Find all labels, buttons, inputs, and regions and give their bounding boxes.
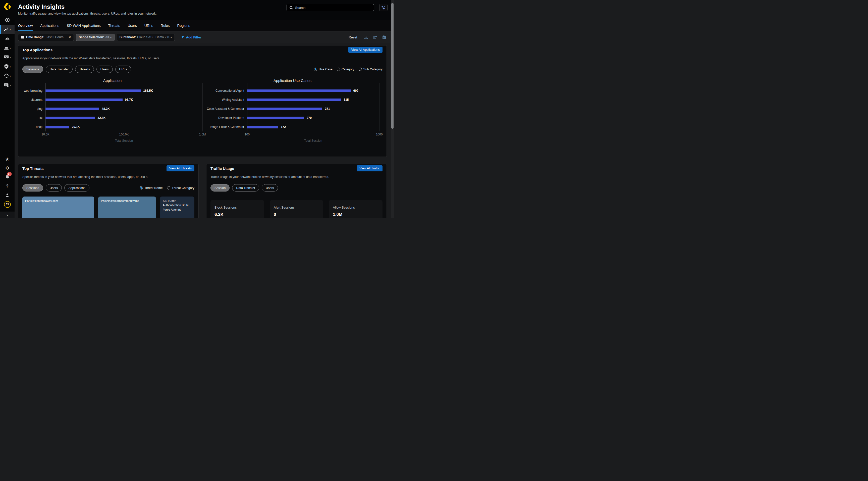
radio-sub-category[interactable]: Sub Category — [359, 68, 382, 71]
chevron-right-icon: › — [9, 84, 11, 87]
pill-urls[interactable]: URLs — [115, 66, 131, 73]
schedule-button[interactable] — [382, 35, 386, 39]
tab-urls[interactable]: URLs — [145, 20, 153, 31]
card-description: Applications in your network with the mo… — [22, 57, 382, 60]
user-button[interactable] — [0, 191, 14, 200]
sidebar-item-dashboard[interactable] — [0, 34, 14, 43]
tab-sd-wan-applications[interactable]: SD-WAN Applications — [67, 20, 101, 31]
chart-bar[interactable] — [247, 98, 341, 101]
chart-bar[interactable] — [247, 89, 351, 92]
threats-treemap: Parked:kentonsawdy.comPhishing:slearncom… — [22, 197, 194, 218]
card-description: Specific threats in your network that ar… — [22, 175, 194, 179]
threat-tile-parked-kentonsawdy-com[interactable]: Parked:kentonsawdy.com — [22, 197, 94, 218]
tab-users[interactable]: Users — [128, 20, 137, 31]
chart-value-label: 172 — [281, 125, 286, 129]
filter-chip-scope-selection[interactable]: Scope Selection: All › — [76, 34, 115, 41]
activity-insights-icon — [4, 27, 9, 32]
chart-bar[interactable] — [247, 126, 278, 128]
pill-users[interactable]: Users — [96, 66, 113, 73]
remove-time-range-filter-button[interactable]: ✕ — [66, 34, 71, 41]
tab-applications[interactable]: Applications — [40, 20, 59, 31]
threat-tile-ssh-user-authentication-brute-[interactable]: SSH User Authentication Brute Force Atte… — [160, 197, 194, 218]
radio-category[interactable]: Category — [337, 68, 354, 71]
download-button[interactable] — [364, 35, 368, 39]
chart-bar[interactable] — [247, 108, 322, 110]
chart-x-ticks: 1001000 — [247, 133, 379, 137]
radio-label: Category — [342, 68, 354, 71]
pill-sessions[interactable]: Sessions — [22, 184, 43, 191]
card-header: Top Applications View All Applications — [18, 46, 386, 54]
grouping-radios: Threat NameThreat Category — [140, 186, 194, 190]
stat-card-alert-sessions: Alert Sessions0 — [270, 200, 323, 218]
chart-value-label: 20.1K — [72, 125, 80, 129]
scrollbar-thumb[interactable] — [391, 3, 394, 129]
pill-data-transfer[interactable]: Data Transfer — [232, 184, 259, 191]
pill-users[interactable]: Users — [46, 184, 62, 191]
radio-threat-name[interactable]: Threat Name — [140, 186, 163, 190]
sidebar-item-reports[interactable]: › — [0, 81, 14, 90]
tab-regions[interactable]: Regions — [177, 20, 190, 31]
radio-use-case[interactable]: Use Case — [314, 68, 333, 71]
search-input[interactable] — [295, 6, 371, 9]
help-button[interactable]: ? — [0, 182, 14, 191]
chevron-right-icon: › — [9, 65, 11, 68]
tenant-avatar-button[interactable]: CI — [0, 200, 14, 209]
export-button[interactable] — [373, 35, 377, 39]
chart-bar-row: 42.8K — [45, 113, 203, 122]
chart-bar[interactable] — [45, 89, 141, 92]
sidebar-item-alerts[interactable]: › — [0, 43, 14, 53]
pill-session[interactable]: Session — [211, 184, 229, 191]
filter-chip-time-range[interactable]: Time Range: Last 3 Hours ✕ — [18, 34, 74, 41]
reset-button[interactable]: Reset — [349, 35, 357, 39]
chart-bar[interactable] — [45, 108, 99, 110]
brand-logo-icon[interactable] — [3, 3, 11, 11]
pill-sessions[interactable]: Sessions — [22, 66, 43, 73]
sidebar-item-monitor[interactable]: › — [0, 53, 14, 62]
tab-threats[interactable]: Threats — [108, 20, 120, 31]
chart-bar[interactable] — [247, 117, 304, 119]
chart-bar[interactable] — [45, 126, 69, 128]
application-use-cases-bar-chart: Application Use Cases Conversational Age… — [203, 75, 382, 143]
ai-assistant-button[interactable] — [379, 4, 388, 11]
page-scrollbar — [391, 0, 394, 218]
global-search[interactable] — [286, 4, 374, 11]
chart-bar[interactable] — [45, 117, 95, 119]
chart-x-ticks: 10.0K100.0K1.0M — [45, 133, 203, 137]
notifications-button[interactable]: 9+ — [0, 173, 14, 182]
sidebar-item-activity-insights[interactable]: › — [0, 25, 14, 34]
view-all-applications-button[interactable]: View All Applications — [348, 47, 382, 53]
radio-dot-icon — [167, 186, 170, 189]
filter-value: Cloud SASE Demo 2.0 — [137, 35, 169, 39]
chart-category-label: bittorrent — [22, 95, 45, 104]
view-all-threats-button[interactable]: View All Threats — [166, 166, 194, 171]
sidebar-item-sase[interactable]: › — [0, 71, 14, 81]
threat-tile-phishing-slearncommnuity-me[interactable]: Phishing:slearncommnuity.me — [98, 197, 156, 218]
chart-tick-label: 1000 — [376, 133, 383, 136]
chevron-right-icon: › — [9, 74, 11, 78]
sidebar-item-scope[interactable] — [0, 15, 14, 25]
chart-value-label: 95.7K — [125, 98, 133, 101]
tab-overview[interactable]: Overview — [18, 20, 33, 31]
pill-applications[interactable]: Applications — [64, 184, 89, 191]
pill-data-transfer[interactable]: Data Transfer — [46, 66, 73, 73]
chart-tick-label: 100 — [245, 133, 250, 136]
chart-category-label: Code Assistant & Generator — [203, 104, 247, 113]
sidebar-item-security[interactable]: › — [0, 62, 14, 71]
filter-chip-subtenant[interactable]: Subtenant: Cloud SASE Demo 2.0 › — [117, 34, 175, 41]
charts-row: Application web-browsingbittorrentpingss… — [22, 75, 382, 143]
radio-threat-category[interactable]: Threat Category — [167, 186, 194, 190]
sidebar-expand-button[interactable]: › — [0, 212, 14, 218]
chart-bar-row: 95.7K — [45, 95, 203, 104]
pill-threats[interactable]: Threats — [75, 66, 94, 73]
settings-button[interactable]: ⚙ — [0, 163, 14, 173]
view-all-traffic-button[interactable]: View All Traffic — [356, 166, 382, 171]
add-filter-button[interactable]: Add Filter — [181, 35, 202, 39]
chart-bar[interactable] — [45, 98, 123, 101]
help-icon: ? — [6, 184, 8, 188]
sidebar-bottom: ★ ⚙ 9+ ? CI — [0, 155, 14, 209]
tab-rules[interactable]: Rules — [161, 20, 170, 31]
pill-users[interactable]: Users — [262, 184, 278, 191]
chart-tick-label: 10.0K — [41, 133, 49, 136]
collapse-chevron-icon: › — [6, 213, 8, 217]
favorites-button[interactable]: ★ — [0, 155, 14, 163]
